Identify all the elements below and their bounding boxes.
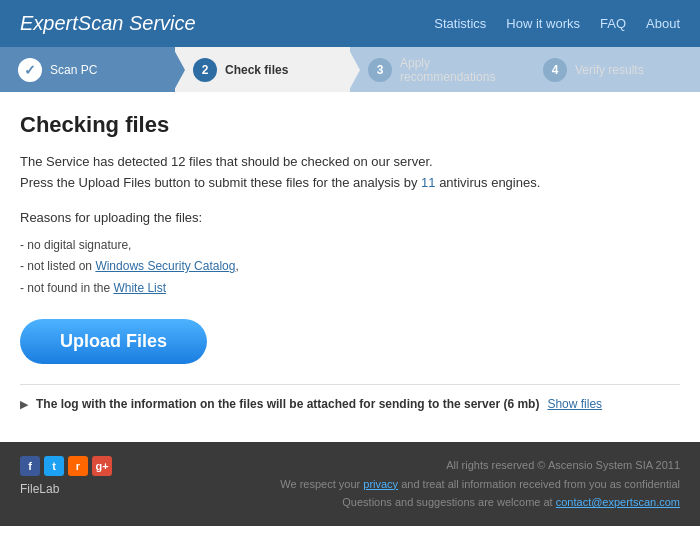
reasons-title: Reasons for uploading the files: — [20, 210, 680, 225]
step-scan-pc: Scan PC — [0, 47, 175, 92]
logo-bold: ExpertScan — [20, 12, 123, 34]
description: The Service has detected 12 files that s… — [20, 152, 680, 194]
steps-bar: Scan PC 2 Check files 3 Apply recommenda… — [0, 47, 700, 92]
privacy-link[interactable]: privacy — [363, 478, 398, 490]
reason-1: - no digital signature, — [20, 235, 680, 257]
show-files-link[interactable]: Show files — [547, 397, 602, 411]
privacy-line: We respect your privacy and treat all in… — [280, 475, 680, 494]
reason-3-pre: - not found in the — [20, 281, 113, 295]
footer-left: f t r g+ FileLab — [20, 456, 112, 496]
facebook-icon[interactable]: f — [20, 456, 40, 476]
privacy-pre: We respect your — [280, 478, 363, 490]
upload-files-button[interactable]: Upload Files — [20, 319, 207, 364]
nav-faq[interactable]: FAQ — [600, 16, 626, 31]
log-section: ▶ The log with the information on the fi… — [20, 384, 680, 411]
log-arrow-icon: ▶ — [20, 398, 28, 411]
step-3-label: Apply recommendations — [400, 56, 507, 84]
twitter-icon[interactable]: t — [44, 456, 64, 476]
copyright-text: All rights reserved © Ascensio System SI… — [280, 456, 680, 475]
step-2-circle: 2 — [193, 58, 217, 82]
reasons-list: - no digital signature, - not listed on … — [20, 235, 680, 300]
step-3-circle: 3 — [368, 58, 392, 82]
step-1-circle — [18, 58, 42, 82]
description-line1: The Service has detected 12 files that s… — [20, 154, 433, 169]
step-4-label: Verify results — [575, 63, 644, 77]
page-title: Checking files — [20, 112, 680, 138]
reason-3: - not found in the White List — [20, 278, 680, 300]
step-4-circle: 4 — [543, 58, 567, 82]
questions-line: Questions and suggestions are welcome at… — [280, 493, 680, 512]
nav-about[interactable]: About — [646, 16, 680, 31]
nav-statistics[interactable]: Statistics — [434, 16, 486, 31]
reason-2: - not listed on Windows Security Catalog… — [20, 256, 680, 278]
header: ExpertScan Service Statistics How it wor… — [0, 0, 700, 47]
antivirus-count: 11 — [421, 175, 435, 190]
step-check-files: 2 Check files — [175, 47, 350, 92]
step-verify-results: 4 Verify results — [525, 47, 700, 92]
white-list-link[interactable]: White List — [113, 281, 166, 295]
description-line2-pre: Press the Upload Files button to submit … — [20, 175, 421, 190]
reason-2-pre: - not listed on — [20, 259, 95, 273]
main-content: Checking files The Service has detected … — [0, 92, 700, 442]
log-text: The log with the information on the file… — [36, 397, 539, 411]
windows-security-catalog-link[interactable]: Windows Security Catalog — [95, 259, 235, 273]
googleplus-icon[interactable]: g+ — [92, 456, 112, 476]
privacy-post: and treat all information received from … — [398, 478, 680, 490]
social-icons: f t r g+ — [20, 456, 112, 476]
logo-italic: Service — [123, 12, 195, 34]
reason-1-text: - no digital signature, — [20, 238, 131, 252]
contact-email-link[interactable]: contact@expertscan.com — [556, 496, 680, 508]
reason-2-post: , — [235, 259, 238, 273]
description-line2-post: antivirus engines. — [436, 175, 541, 190]
footer: f t r g+ FileLab All rights reserved © A… — [0, 442, 700, 526]
rss-icon[interactable]: r — [68, 456, 88, 476]
questions-pre: Questions and suggestions are welcome at — [342, 496, 555, 508]
step-apply-recommendations: 3 Apply recommendations — [350, 47, 525, 92]
main-nav: Statistics How it works FAQ About — [434, 16, 680, 31]
footer-right: All rights reserved © Ascensio System SI… — [280, 456, 680, 512]
step-1-label: Scan PC — [50, 63, 97, 77]
filelab-link[interactable]: FileLab — [20, 482, 112, 496]
step-2-label: Check files — [225, 63, 288, 77]
logo: ExpertScan Service — [20, 12, 196, 35]
nav-how-it-works[interactable]: How it works — [506, 16, 580, 31]
